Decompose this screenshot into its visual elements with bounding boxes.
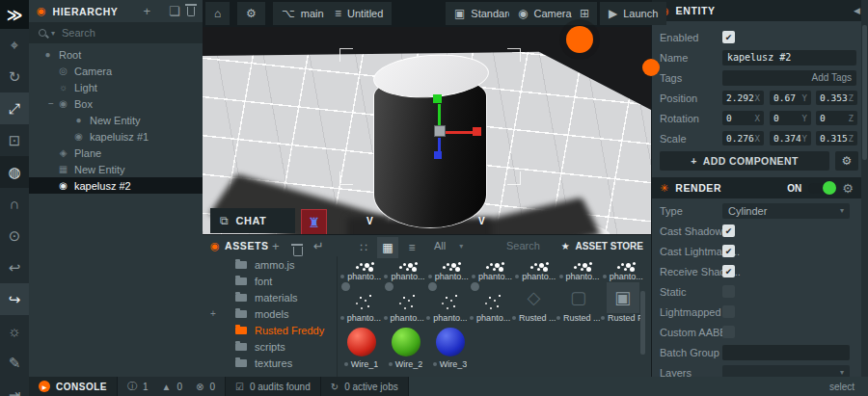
hierarchy-item-camera[interactable]: ◎Camera <box>29 63 203 79</box>
cast-shadows-checkbox[interactable]: ✔ <box>722 224 735 237</box>
undo-button-button[interactable]: ↩ <box>0 251 29 283</box>
delete-entity-icon[interactable] <box>187 7 195 16</box>
rotate-tool-button[interactable]: ↻ <box>0 61 29 92</box>
inspector-scrollbar[interactable] <box>861 0 868 377</box>
scale-x-field[interactable]: 0.276X <box>722 131 764 145</box>
add-asset-icon[interactable]: + <box>272 235 280 256</box>
scale-tool-button[interactable]: ⤢ <box>0 92 29 124</box>
duplicate-entity-icon[interactable]: ❏ <box>169 4 180 18</box>
asset-rusted[interactable]: ▢Rusted ... <box>556 282 600 323</box>
frame-selection-tool-button[interactable]: ⊡ <box>0 124 29 156</box>
lighting-button-button[interactable]: ☼ <box>0 315 29 347</box>
batch-group-input[interactable] <box>722 345 850 360</box>
viewport-3d[interactable]: V V ⧉ CHAT ♜ <box>203 27 651 234</box>
collaborator-avatar[interactable]: ♜ <box>301 209 327 234</box>
gizmo-z-axis[interactable] <box>438 138 441 151</box>
console-counters[interactable]: ⓘ 1 ▲ 0 ⊗ 0 <box>118 377 226 396</box>
asset-search-input[interactable]: Search <box>506 235 540 256</box>
asset-folder-rusted-freddy[interactable]: Rusted Freddy <box>203 322 337 338</box>
edit-notes-button-button[interactable]: ✎ <box>0 347 29 379</box>
scale-y-field[interactable]: 0.374Y <box>770 131 811 145</box>
asset-wire-1[interactable]: Wire_1 <box>339 325 383 369</box>
lightmapped-checkbox[interactable] <box>722 305 735 318</box>
type-select[interactable]: Cylinder▾ <box>722 203 850 219</box>
view-small-grid-icon[interactable]: ∷ <box>353 237 374 258</box>
redo-button-button[interactable]: ↪ <box>0 283 29 315</box>
asset-folder-models[interactable]: +models <box>203 305 337 322</box>
gizmo-x-handle[interactable] <box>473 127 481 136</box>
asset-rusted[interactable]: ◇Rusted ... <box>512 282 556 323</box>
view-large-grid-icon[interactable]: ▦ <box>377 237 398 258</box>
asset-folder-textures[interactable]: textures <box>203 355 337 371</box>
focus-tool-button[interactable]: ⊙ <box>0 220 29 251</box>
asset-store-button[interactable]: ★ ASSET STORE <box>561 235 643 256</box>
asset-phanto[interactable]: phanto... <box>339 256 382 281</box>
snap-tool-button[interactable]: ∩ <box>0 188 29 220</box>
position-z-field[interactable]: 0.353Z <box>816 91 857 105</box>
component-settings-button[interactable]: ⚙ <box>835 151 858 171</box>
asset-wire-2[interactable]: Wire_2 <box>384 325 427 369</box>
asset-wire-3[interactable]: Wire_3 <box>428 325 472 369</box>
receive-shado-checkbox[interactable]: ✔ <box>722 265 735 277</box>
asset-phanto[interactable]: phanto... <box>557 256 600 281</box>
translate-tool-button[interactable]: ⌖ <box>0 29 29 61</box>
asset-folder-materials[interactable]: materials <box>203 289 337 305</box>
asset-rusted-fr[interactable]: ▣Rusted Fr... <box>601 282 644 323</box>
settings-button[interactable]: ⚙ <box>237 2 265 25</box>
exit-button-button[interactable]: ⇥ <box>0 379 29 396</box>
asset-folder-font[interactable]: font <box>203 273 337 289</box>
tree-expander-icon[interactable]: − <box>46 98 56 109</box>
scale-z-field[interactable]: 0.315Z <box>816 131 857 145</box>
cast-lightmap-checkbox[interactable]: ✔ <box>722 245 735 257</box>
asset-phanto[interactable]: phanto... <box>514 256 556 281</box>
hierarchy-item-kapeluisz-1[interactable]: ◉kapeluisz #1 <box>29 128 203 145</box>
rotation-x-field[interactable]: 0X <box>722 111 764 125</box>
hierarchy-item-plane[interactable]: ◈Plane <box>29 145 203 161</box>
rotation-z-field[interactable]: 0Z <box>816 111 857 125</box>
audits-status[interactable]: ☑ 0 audits found <box>226 377 321 396</box>
rotation-y-field[interactable]: 0Y <box>770 111 811 125</box>
asset-phanto[interactable]: phanto... <box>383 256 425 281</box>
hierarchy-item-new-entity[interactable]: ▦New Entity <box>29 161 203 177</box>
collapse-panel-icon[interactable]: ◀ <box>854 6 860 15</box>
asset-phanto[interactable]: phanto... <box>469 282 511 323</box>
folder-expander-icon[interactable]: + <box>210 308 216 319</box>
asset-folder-ammo-js[interactable]: ammo.js <box>203 256 337 273</box>
search-filter-caret-icon[interactable]: ▾ <box>51 29 55 38</box>
hierarchy-item-box[interactable]: −◉Box <box>29 95 203 112</box>
chat-button[interactable]: ⧉ CHAT <box>210 208 295 233</box>
gizmo-y-handle[interactable] <box>433 94 442 103</box>
custom-aabb-checkbox[interactable] <box>722 326 735 338</box>
render-enabled-toggle[interactable] <box>808 183 835 194</box>
branch-button[interactable]: ⌥ main <box>273 2 333 25</box>
import-asset-icon[interactable]: ↵ <box>313 235 324 256</box>
position-y-field[interactable]: 0.67Y <box>770 91 811 105</box>
tags-input[interactable]: Add Tags <box>722 70 856 86</box>
asset-phanto[interactable]: phanto... <box>471 256 513 281</box>
asset-folder-scripts[interactable]: scripts <box>203 338 337 355</box>
layers-select[interactable]: ▾ <box>722 365 850 378</box>
fullscreen-button[interactable]: ⊞ <box>572 2 597 25</box>
selected-cylinder-body[interactable] <box>374 75 486 227</box>
asset-phanto[interactable]: phanto... <box>383 282 425 323</box>
name-input[interactable]: kapelusz #2 <box>722 50 856 66</box>
gizmo-center-handle[interactable] <box>434 125 446 137</box>
asset-phanto[interactable]: phanto... <box>602 256 644 281</box>
asset-filter-select[interactable]: All ▾ <box>434 235 463 256</box>
asset-grid-scrollbar[interactable] <box>640 291 645 355</box>
scrollbar-thumb[interactable] <box>862 25 867 160</box>
hierarchy-item-light[interactable]: ☼Light <box>29 79 203 95</box>
static-checkbox[interactable] <box>722 285 735 298</box>
playcanvas-logo-button[interactable]: ≫ <box>0 0 29 29</box>
console-button[interactable]: ▶ CONSOLE <box>29 377 118 396</box>
hierarchy-item-kapelusz-2[interactable]: ◉kapelusz #2 <box>29 177 203 194</box>
view-list-icon[interactable]: ≡ <box>401 237 422 258</box>
camera-button[interactable]: ◉Camera <box>509 2 581 25</box>
gizmo-x-axis[interactable] <box>446 131 473 134</box>
render-gear-icon[interactable]: ⚙ <box>842 181 854 196</box>
entity-section-header[interactable]: ◉ ENTITY ◀ <box>652 0 868 21</box>
add-entity-icon[interactable]: + <box>143 4 150 18</box>
asset-phanto[interactable]: phanto... <box>427 256 470 281</box>
asset-phanto[interactable]: phanto... <box>426 282 469 323</box>
world-space-toggle-button[interactable]: ◍ <box>0 156 29 188</box>
